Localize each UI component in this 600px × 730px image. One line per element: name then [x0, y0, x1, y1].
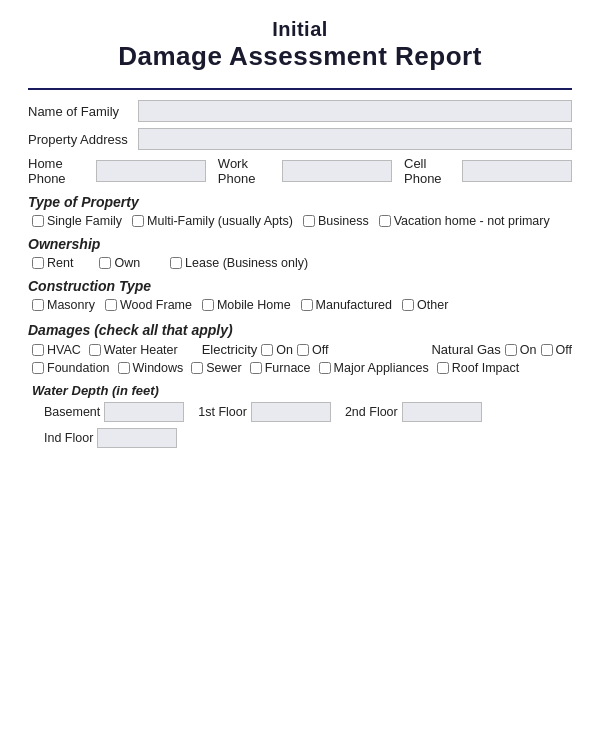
const-other[interactable]: Other — [402, 298, 448, 312]
dmg-sewer[interactable]: Sewer — [191, 361, 241, 375]
name-of-family-input[interactable] — [138, 100, 572, 122]
work-phone-label: Work Phone — [218, 156, 275, 186]
electricity-group: Electricity On Off — [202, 342, 329, 357]
cell-phone-input[interactable] — [462, 160, 572, 182]
dmg-major-appliances[interactable]: Major Appliances — [319, 361, 429, 375]
natural-gas-off[interactable]: Off — [541, 343, 572, 357]
home-phone-input[interactable] — [96, 160, 206, 182]
const-masonry[interactable]: Masonry — [32, 298, 95, 312]
work-phone-input[interactable] — [282, 160, 392, 182]
property-address-row: Property Address — [28, 128, 572, 150]
depth-basement: Basement — [44, 402, 184, 422]
prop-business[interactable]: Business — [303, 214, 369, 228]
electricity-on[interactable]: On — [261, 343, 293, 357]
type-of-property-options: Single Family Multi-Family (usually Apts… — [28, 214, 572, 228]
report-header: Initial Damage Assessment Report — [28, 18, 572, 80]
title-top: Initial — [28, 18, 572, 41]
property-address-label: Property Address — [28, 132, 138, 147]
damages-title: Damages (check all that apply) — [28, 322, 572, 338]
damages-row-1: HVAC Water Heater Electricity On Off Nat… — [28, 342, 572, 357]
1st-floor-input[interactable] — [251, 402, 331, 422]
name-of-family-row: Name of Family — [28, 100, 572, 122]
dmg-water-heater[interactable]: Water Heater — [89, 343, 178, 357]
page-container: Initial Damage Assessment Report Name of… — [28, 18, 572, 448]
type-of-property-title: Type of Property — [28, 194, 572, 210]
prop-multi-family[interactable]: Multi-Family (usually Apts) — [132, 214, 293, 228]
name-of-family-label: Name of Family — [28, 104, 138, 119]
prop-vacation-home[interactable]: Vacation home - not primary — [379, 214, 550, 228]
electricity-label: Electricity — [202, 342, 258, 357]
dmg-windows[interactable]: Windows — [118, 361, 184, 375]
const-wood-frame[interactable]: Wood Frame — [105, 298, 192, 312]
ind-floor-label: Ind Floor — [44, 431, 93, 445]
basement-label: Basement — [44, 405, 100, 419]
natural-gas-group: Natural Gas On Off — [431, 342, 572, 357]
own-own[interactable]: Own — [99, 256, 140, 270]
dmg-roof-impact[interactable]: Roof Impact — [437, 361, 519, 375]
basement-input[interactable] — [104, 402, 184, 422]
own-lease[interactable]: Lease (Business only) — [170, 256, 308, 270]
phone-row: Home Phone Work Phone Cell Phone — [28, 156, 572, 186]
depth-2nd-floor: 2nd Floor — [345, 402, 482, 422]
2nd-floor-label: 2nd Floor — [345, 405, 398, 419]
natural-gas-label: Natural Gas — [431, 342, 500, 357]
dmg-foundation[interactable]: Foundation — [32, 361, 110, 375]
2nd-floor-input[interactable] — [402, 402, 482, 422]
own-rent[interactable]: Rent — [32, 256, 73, 270]
construction-type-options: Masonry Wood Frame Mobile Home Manufactu… — [28, 298, 572, 312]
cell-phone-label: Cell Phone — [404, 156, 455, 186]
construction-type-title: Construction Type — [28, 278, 572, 294]
property-address-input[interactable] — [138, 128, 572, 150]
damages-row-2: Foundation Windows Sewer Furnace Major A… — [28, 361, 572, 375]
dmg-furnace[interactable]: Furnace — [250, 361, 311, 375]
ind-floor-input[interactable] — [97, 428, 177, 448]
title-main: Damage Assessment Report — [28, 41, 572, 72]
const-manufactured[interactable]: Manufactured — [301, 298, 392, 312]
water-depth-title: Water Depth (in feet) — [28, 383, 572, 398]
natural-gas-on[interactable]: On — [505, 343, 537, 357]
prop-single-family[interactable]: Single Family — [32, 214, 122, 228]
const-mobile-home[interactable]: Mobile Home — [202, 298, 291, 312]
depth-ind-floor: Ind Floor — [44, 428, 177, 448]
1st-floor-label: 1st Floor — [198, 405, 247, 419]
ownership-title: Ownership — [28, 236, 572, 252]
header-divider — [28, 88, 572, 90]
dmg-hvac[interactable]: HVAC — [32, 343, 81, 357]
depth-1st-floor: 1st Floor — [198, 402, 331, 422]
home-phone-label: Home Phone — [28, 156, 89, 186]
water-depth-row: Basement 1st Floor 2nd Floor Ind Floor — [28, 402, 572, 448]
water-depth-section: Water Depth (in feet) Basement 1st Floor… — [28, 383, 572, 448]
ownership-options: Rent Own Lease (Business only) — [28, 256, 572, 270]
electricity-off[interactable]: Off — [297, 343, 328, 357]
